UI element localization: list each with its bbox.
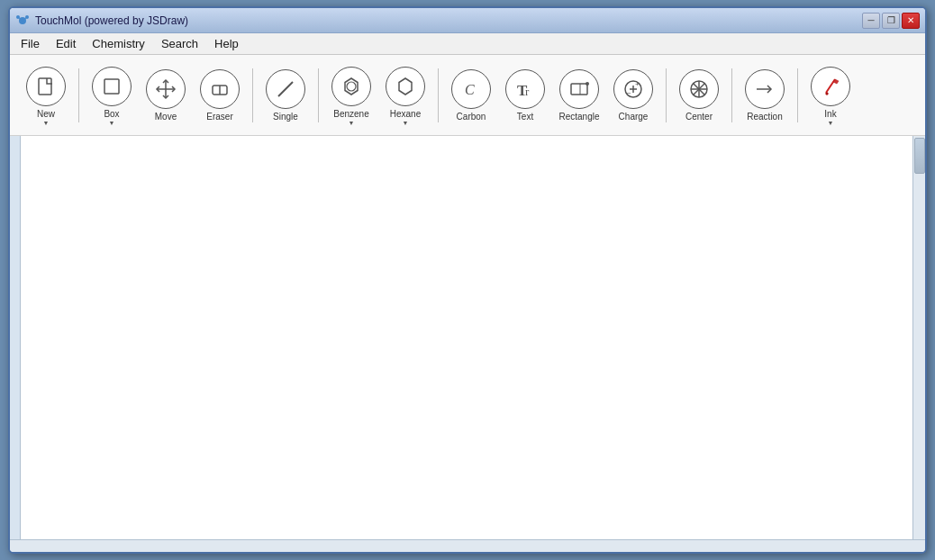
tool-single[interactable]: Single — [259, 66, 313, 124]
ink-label: Ink — [824, 109, 836, 119]
svg-text:C: C — [465, 82, 475, 97]
carbon-label: Carbon — [457, 112, 486, 122]
bottom-bar — [10, 539, 925, 552]
tool-charge[interactable]: + − Charge — [606, 66, 660, 124]
new-label: New — [37, 109, 55, 119]
tool-center[interactable]: Center — [672, 66, 726, 124]
charge-icon: + − — [613, 69, 653, 109]
text-label: Text — [517, 112, 533, 122]
benzene-arrow: ▼ — [349, 120, 355, 126]
svg-text:+: + — [635, 80, 640, 88]
new-arrow: ▼ — [43, 120, 50, 126]
ink-arrow: ▼ — [828, 120, 834, 126]
toolbar: New ▼ Box ▼ — [10, 55, 925, 136]
menu-file[interactable]: File — [14, 35, 47, 52]
eraser-label: Eraser — [206, 112, 232, 122]
window-title: TouchMol (powered by JSDraw) — [35, 14, 188, 27]
vertical-scrollbar[interactable] — [912, 136, 925, 539]
box-label: Box — [104, 109, 119, 119]
tool-text[interactable]: T r Text — [498, 66, 552, 124]
sep4 — [438, 68, 439, 122]
hexane-label: Hexane — [390, 109, 421, 119]
title-bar-controls: ─ ❐ ✕ — [862, 13, 920, 29]
rectangle-icon — [559, 69, 599, 109]
hexane-icon — [386, 67, 425, 106]
svg-point-20 — [586, 82, 589, 86]
box-icon — [92, 67, 132, 106]
svg-line-11 — [278, 82, 293, 96]
ink-icon — [811, 67, 850, 106]
new-icon — [26, 67, 66, 106]
menu-search[interactable]: Search — [154, 35, 205, 52]
left-scrollbar[interactable] — [10, 136, 21, 539]
title-bar-left: TouchMol (powered by JSDraw) — [15, 14, 188, 28]
svg-point-13 — [347, 82, 356, 91]
sep7 — [797, 68, 798, 122]
close-button[interactable]: ✕ — [902, 13, 920, 29]
text-icon: T r — [505, 69, 545, 109]
center-label: Center — [685, 112, 713, 122]
single-bond-icon — [266, 69, 305, 109]
reaction-label: Reaction — [747, 112, 782, 122]
title-bar: TouchMol (powered by JSDraw) ─ ❐ ✕ — [10, 8, 925, 33]
svg-rect-18 — [571, 84, 587, 95]
tool-reaction[interactable]: Reaction — [738, 66, 792, 124]
eraser-icon — [200, 69, 240, 109]
canvas-area[interactable] — [10, 136, 925, 539]
tool-eraser[interactable]: Eraser — [193, 66, 247, 124]
hexane-arrow: ▼ — [403, 120, 409, 126]
svg-rect-5 — [39, 78, 51, 95]
sep3 — [318, 68, 319, 122]
svg-text:r: r — [525, 85, 530, 98]
center-icon — [679, 69, 719, 109]
reaction-icon — [745, 69, 785, 109]
svg-marker-14 — [399, 78, 412, 95]
sep6 — [731, 68, 732, 122]
tool-ink[interactable]: Ink ▼ — [803, 63, 858, 128]
menu-chemistry[interactable]: Chemistry — [85, 35, 152, 52]
tool-benzene[interactable]: Benzene ▼ — [324, 63, 378, 128]
scrollbar-thumb[interactable] — [914, 138, 925, 174]
app-icon — [15, 14, 30, 28]
sep2 — [252, 68, 253, 122]
menu-bar: File Edit Chemistry Search Help — [10, 33, 925, 55]
tool-new[interactable]: New ▼ — [19, 63, 73, 128]
minimize-button[interactable]: ─ — [862, 13, 880, 29]
carbon-icon: C — [451, 69, 491, 109]
sep1 — [78, 68, 79, 122]
menu-help[interactable]: Help — [207, 35, 246, 52]
single-label: Single — [273, 112, 298, 122]
box-arrow: ▼ — [109, 120, 115, 126]
tool-hexane[interactable]: Hexane ▼ — [378, 63, 432, 128]
move-label: Move — [155, 112, 177, 122]
rectangle-label: Rectangle — [558, 112, 599, 122]
svg-rect-6 — [104, 79, 119, 94]
tool-rectangle[interactable]: Rectangle — [552, 66, 606, 124]
benzene-icon — [331, 67, 371, 106]
move-icon — [146, 69, 186, 109]
tool-box[interactable]: Box ▼ — [85, 63, 139, 128]
restore-button[interactable]: ❐ — [882, 13, 900, 29]
tool-move[interactable]: Move — [139, 66, 193, 124]
charge-label: Charge — [619, 112, 649, 122]
benzene-label: Benzene — [333, 109, 368, 119]
sep5 — [666, 68, 667, 122]
tool-carbon[interactable]: C Carbon — [444, 66, 498, 124]
svg-text:−: − — [627, 89, 631, 97]
application-window: TouchMol (powered by JSDraw) ─ ❐ ✕ File … — [8, 6, 927, 554]
menu-edit[interactable]: Edit — [49, 35, 83, 52]
